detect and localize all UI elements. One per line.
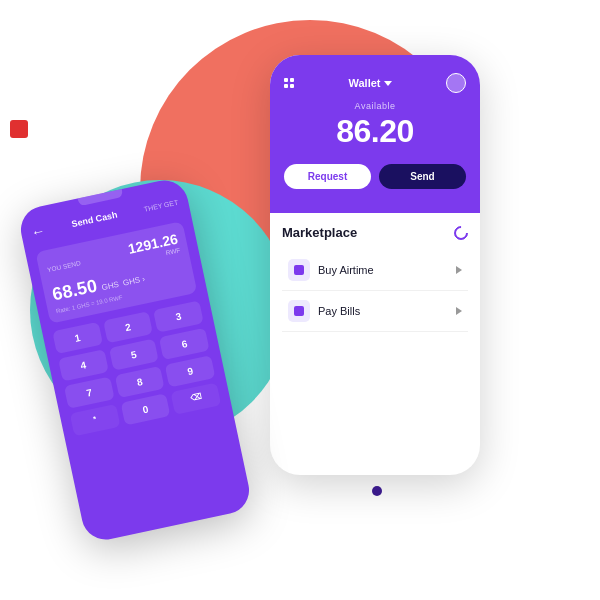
- send-button[interactable]: Send: [379, 164, 466, 189]
- key-0[interactable]: 0: [120, 393, 170, 425]
- key-9[interactable]: 9: [165, 355, 215, 387]
- bills-icon: [294, 306, 304, 316]
- phone-main: Wallet Available 86.20 Request Send Mark…: [270, 55, 480, 475]
- available-label: Available: [355, 101, 396, 111]
- chevron-down-icon: [384, 81, 392, 86]
- bills-label: Pay Bills: [318, 305, 360, 317]
- keypad: 1 2 3 4 5 6 7 8 9 * 0 ⌫: [52, 300, 221, 436]
- airtime-icon-box: [288, 259, 310, 281]
- key-2[interactable]: 2: [103, 311, 153, 343]
- key-5[interactable]: 5: [109, 339, 159, 371]
- bills-icon-box: [288, 300, 310, 322]
- decoration-dot: [372, 486, 382, 496]
- send-currency-label: GHS ›: [122, 274, 146, 287]
- key-1[interactable]: 1: [52, 322, 102, 354]
- send-currency: GHS: [101, 280, 120, 292]
- avatar[interactable]: [446, 73, 466, 93]
- phone-main-header: Wallet Available 86.20 Request Send: [270, 55, 480, 213]
- scene: Wallet Available 86.20 Request Send Mark…: [0, 0, 600, 600]
- they-get-label: THEY GET: [143, 198, 179, 212]
- key-4[interactable]: 4: [58, 349, 108, 381]
- wallet-label[interactable]: Wallet: [349, 77, 392, 89]
- grid-icon: [284, 78, 294, 88]
- key-star[interactable]: *: [70, 404, 120, 436]
- key-8[interactable]: 8: [114, 366, 164, 398]
- bills-chevron-icon: [456, 307, 462, 315]
- marketplace-title: Marketplace: [282, 225, 357, 240]
- airtime-icon: [294, 265, 304, 275]
- marketplace-section: Marketplace Buy Airtime: [270, 213, 480, 332]
- marketplace-item-bills[interactable]: Pay Bills: [282, 291, 468, 332]
- airtime-chevron-icon: [456, 266, 462, 274]
- you-send-label: YOU SEND: [47, 259, 82, 273]
- key-6[interactable]: 6: [159, 328, 209, 360]
- back-arrow-icon[interactable]: ←: [30, 222, 47, 241]
- key-7[interactable]: 7: [64, 377, 114, 409]
- key-backspace[interactable]: ⌫: [171, 383, 221, 415]
- request-button[interactable]: Request: [284, 164, 371, 189]
- refresh-icon[interactable]: [451, 223, 471, 243]
- balance-amount: 86.20: [336, 113, 414, 150]
- decoration-red-square: [10, 120, 28, 138]
- action-buttons: Request Send: [284, 164, 466, 189]
- send-cash-title: Send Cash: [71, 210, 119, 229]
- marketplace-item-airtime[interactable]: Buy Airtime: [282, 250, 468, 291]
- marketplace-header: Marketplace: [282, 225, 468, 240]
- key-3[interactable]: 3: [153, 300, 203, 332]
- top-bar: Wallet: [284, 73, 466, 93]
- airtime-label: Buy Airtime: [318, 264, 374, 276]
